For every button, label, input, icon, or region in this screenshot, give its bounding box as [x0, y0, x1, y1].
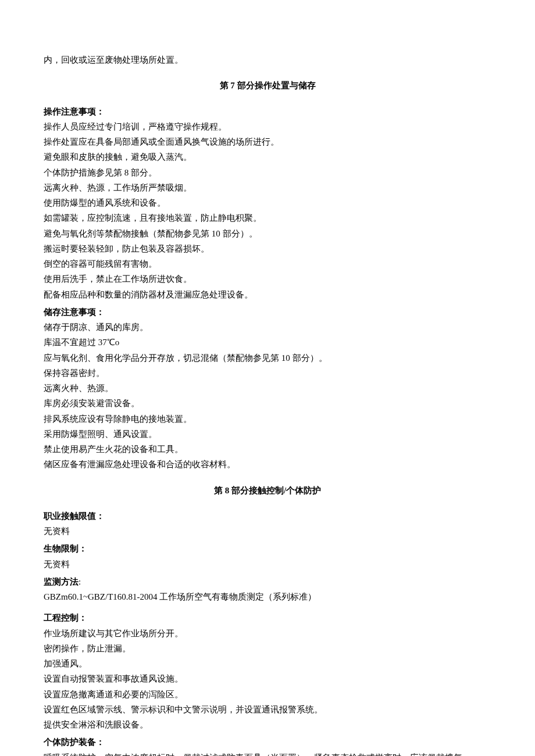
storage-line: 远离火种、热源。 — [44, 381, 491, 396]
engineering-control-heading: 工程控制： — [44, 610, 491, 625]
storage-line: 排风系统应设有导除静电的接地装置。 — [44, 411, 491, 427]
ppe-heading: 个体防护装备： — [44, 734, 491, 750]
handling-line: 避免眼和皮肤的接触，避免吸入蒸汽。 — [44, 149, 491, 164]
handling-line: 倒空的容器可能残留有害物。 — [44, 256, 491, 271]
eng-control-line: 加强通风。 — [44, 656, 491, 671]
occupational-limit-heading: 职业接触限值： — [44, 508, 491, 524]
handling-line: 配备相应品种和数量的消防器材及泄漏应急处理设备。 — [44, 287, 491, 302]
bio-limit-value: 无资料 — [44, 557, 491, 572]
eng-control-line: 作业场所建议与其它作业场所分开。 — [44, 626, 491, 641]
ppe-line: 呼吸系统防护：空气中浓度超标时，佩戴过滤式防毒面具（半面罩）。紧急事态抢救或撤离… — [44, 750, 491, 757]
storage-heading: 储存注意事项： — [44, 304, 491, 320]
storage-line: 保持容器密封。 — [44, 366, 491, 381]
handling-heading: 操作注意事项： — [44, 104, 491, 119]
eng-control-line: 设置自动报警装置和事故通风设施。 — [44, 671, 491, 686]
eng-control-line: 设置红色区域警示线、警示标识和中文警示说明，并设置通讯报警系统。 — [44, 702, 491, 717]
intro-fragment: 内，回收或运至废物处理场所处置。 — [44, 52, 491, 67]
storage-line: 应与氧化剂、食用化学品分开存放，切忌混储（禁配物参见第 10 部分）。 — [44, 350, 491, 366]
bio-limit-heading: 生物限制： — [44, 541, 491, 556]
monitor-method-heading: 监测方法: — [44, 574, 491, 589]
handling-line: 个体防护措施参见第 8 部分。 — [44, 165, 491, 180]
eng-control-line: 提供安全淋浴和洗眼设备。 — [44, 717, 491, 732]
handling-line: 使用后洗手，禁止在工作场所进饮食。 — [44, 271, 491, 286]
handling-line: 搬运时要轻装轻卸，防止包装及容器损坏。 — [44, 241, 491, 256]
handling-line: 操作处置应在具备局部通风或全面通风换气设施的场所进行。 — [44, 134, 491, 149]
storage-line: 采用防爆型照明、通风设置。 — [44, 427, 491, 442]
storage-line: 库房必须安装避雷设备。 — [44, 396, 491, 411]
handling-line: 使用防爆型的通风系统和设备。 — [44, 195, 491, 210]
eng-control-line: 设置应急撤离通道和必要的泻险区。 — [44, 687, 491, 702]
section-8-title: 第 8 部分接触控制/个体防护 — [44, 483, 491, 498]
monitor-method-label: 监测方法 — [44, 577, 79, 586]
storage-line: 库温不宜超过 37℃o — [44, 335, 491, 350]
section-7-title: 第 7 部分操作处置与储存 — [44, 78, 491, 93]
handling-line: 远离火种、热源，工作场所严禁吸烟。 — [44, 180, 491, 195]
monitor-method-value: GBZm60.1~GBZ/T160.81-2004 工作场所空气有毒物质测定（系… — [44, 589, 491, 604]
storage-line: 禁止使用易产生火花的设备和工具。 — [44, 442, 491, 457]
monitor-colon: : — [79, 577, 81, 586]
storage-line: 储存于阴凉、通风的库房。 — [44, 320, 491, 335]
eng-control-line: 密闭操作，防止泄漏。 — [44, 641, 491, 656]
handling-line: 操作人员应经过专门培训，严格遵守操作规程。 — [44, 119, 491, 134]
handling-line: 如需罐装，应控制流速，且有接地装置，防止静电积聚。 — [44, 210, 491, 225]
storage-line: 储区应备有泄漏应急处理设备和合适的收容材料。 — [44, 457, 491, 472]
handling-line: 避免与氧化剂等禁配物接触（禁配物参见第 10 部分）。 — [44, 226, 491, 241]
occupational-limit-value: 无资料 — [44, 524, 491, 539]
